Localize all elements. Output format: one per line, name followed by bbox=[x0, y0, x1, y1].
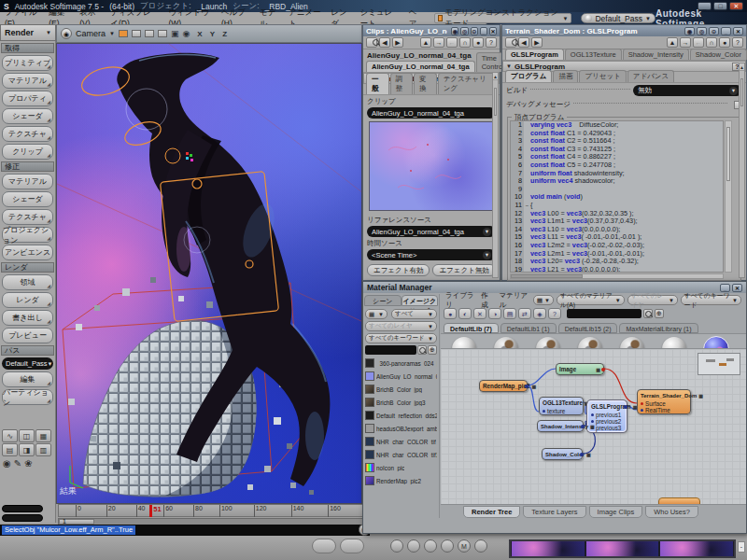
node-input-port[interactable]: RealTime bbox=[638, 407, 690, 413]
toolbar-button[interactable]: パーティション◢ bbox=[2, 389, 53, 405]
toolbar-mode-selector[interactable]: Render ▼ bbox=[0, 24, 56, 41]
layout-preset-button[interactable]: ◫ bbox=[19, 429, 35, 442]
material-tool-icon[interactable]: ◐ bbox=[458, 308, 472, 319]
material-tool-icon[interactable]: ● bbox=[444, 308, 457, 319]
property-subtab[interactable]: 変換 bbox=[414, 73, 437, 94]
code-scrollbar-horizontal[interactable] bbox=[510, 273, 724, 279]
construction-mode-selector[interactable]: モデリングコンストラクションモード ▼ bbox=[434, 13, 571, 23]
node-output-port[interactable] bbox=[601, 368, 605, 371]
image-clip-item[interactable]: _360-panoramas_024_jpg1 bbox=[364, 357, 438, 370]
time-source-combo[interactable]: <Scene Time> ▼ bbox=[367, 249, 496, 260]
toolbar-button[interactable]: クリップ◢ bbox=[2, 144, 53, 160]
library-tab[interactable]: DefaultLib15 (2) bbox=[558, 323, 618, 333]
toolbar-button[interactable]: プレビュー◢ bbox=[2, 328, 53, 343]
toolbar-button[interactable]: シェーダ◢ bbox=[2, 191, 53, 207]
manager-view-tab[interactable]: Render Tree bbox=[463, 506, 520, 518]
library-tab[interactable]: DefaultLib1 (1) bbox=[500, 323, 557, 333]
add-filter-icon[interactable]: ⊕ bbox=[428, 345, 437, 355]
node-image[interactable]: Image▦ bbox=[556, 363, 604, 375]
image-clip-item[interactable]: AlienGuy_LO_normal_04_tg bbox=[364, 370, 438, 383]
view-options-icon[interactable]: ◉ bbox=[61, 28, 72, 39]
source-combo[interactable]: AlienGuy_LO_normal_04_tga ▼ bbox=[367, 226, 496, 237]
node-shadow-intensity[interactable]: Shadow_Intensity▦ bbox=[537, 420, 584, 432]
transport-button[interactable] bbox=[407, 539, 420, 553]
sidebar-tool-icon[interactable]: ❀ bbox=[24, 458, 32, 469]
image-clip-item[interactable]: RenderMap_pic2 bbox=[364, 474, 438, 487]
manager-view-tab[interactable]: Image Clips bbox=[589, 506, 643, 518]
shader-tab[interactable]: Shadow_Color bbox=[690, 49, 747, 60]
keyword-filter-combo[interactable]: すべてのキーワード▼ bbox=[365, 333, 437, 343]
help-icon[interactable]: ? bbox=[486, 37, 497, 48]
property-subtab[interactable]: 調整 bbox=[390, 73, 414, 94]
back-button[interactable]: ← bbox=[446, 37, 458, 48]
node-input-port[interactable]: texture bbox=[540, 408, 583, 414]
node-output-port[interactable] bbox=[580, 453, 584, 456]
code-scrollbar-vertical[interactable] bbox=[725, 120, 732, 273]
refresh-icon[interactable] bbox=[366, 37, 377, 48]
scroll-up-icon[interactable]: ▲ bbox=[740, 63, 744, 71]
panel-pin-icon[interactable]: ◎ bbox=[460, 27, 468, 35]
node-output-port[interactable] bbox=[624, 405, 627, 409]
timeline-ruler[interactable]: 020406080100120140160180 51 bbox=[58, 504, 370, 517]
memo-cam-d[interactable] bbox=[158, 30, 167, 37]
layer-filter-combo[interactable]: すべてのレイヤ▼ bbox=[627, 295, 678, 305]
library-tab[interactable]: DefaultLib (7) bbox=[444, 323, 499, 333]
toolbar-button[interactable]: プロジェクション◢ bbox=[2, 227, 53, 243]
search-icon[interactable] bbox=[417, 345, 427, 355]
toolbar-button[interactable]: 書き出し◢ bbox=[2, 310, 53, 326]
material-tool-icon[interactable]: ? bbox=[548, 308, 561, 319]
display-mode-icon[interactable]: ▣ bbox=[171, 29, 179, 38]
scroll-up-icon[interactable]: ▲ bbox=[493, 73, 498, 80]
revert-icon[interactable]: ∩ bbox=[706, 37, 717, 48]
manager-view-tab[interactable]: Texture Layers bbox=[523, 506, 585, 518]
node-input-port[interactable]: Surface bbox=[638, 400, 690, 407]
next-button[interactable]: ▶ bbox=[392, 37, 403, 48]
layout-preset-button[interactable]: ▦ bbox=[35, 429, 51, 442]
keyframe-icon[interactable]: ● bbox=[719, 37, 730, 48]
shader-subtab[interactable]: プログラム bbox=[505, 70, 552, 82]
panel-minimize-button[interactable]: _ bbox=[721, 27, 731, 35]
glsl-panel-titlebar[interactable]: Terrain_Shader_Dom : GLSLProgram ◉ ◎ ⊙ _… bbox=[502, 25, 746, 36]
image-clip-item[interactable]: NHR_char_COLOR_tif bbox=[364, 435, 438, 448]
revert-icon[interactable]: ∩ bbox=[459, 37, 471, 48]
image-clip-item[interactable]: headusOBJexport_ambocc2 bbox=[364, 422, 438, 435]
forward-button[interactable]: → bbox=[433, 37, 444, 48]
node-output-port[interactable] bbox=[581, 425, 585, 428]
code-editor[interactable]: 1 varying vec3 DiffuseColor; 2 const flo… bbox=[510, 120, 724, 273]
transport-button[interactable] bbox=[474, 539, 487, 553]
panel-lock-icon[interactable]: ⊙ bbox=[709, 27, 719, 35]
up-button[interactable]: ▲ bbox=[667, 37, 678, 48]
image-clip-item[interactable]: BrichB_Color_jpg3 bbox=[364, 396, 438, 409]
layout-preset-button[interactable]: ▤ bbox=[2, 443, 18, 456]
panel-recycle-icon[interactable]: ◉ bbox=[684, 27, 695, 35]
navigator-minimap[interactable] bbox=[698, 353, 740, 375]
search-options-icon[interactable]: ⊕ bbox=[655, 309, 664, 318]
axis-lock-buttons[interactable]: X Y Z bbox=[197, 30, 230, 38]
memo-cam-c[interactable] bbox=[145, 30, 154, 37]
prev-button[interactable]: ◀ bbox=[379, 37, 390, 48]
node-rendermap[interactable]: RenderMap_pic2▦ bbox=[479, 380, 528, 392]
image-clip-item[interactable]: BrichB_Color_jpg bbox=[364, 383, 438, 396]
node-ogl13texture[interactable]: OGL13Texture▦ texture bbox=[539, 397, 584, 415]
property-subtab[interactable]: 一般 bbox=[366, 73, 389, 94]
material-filter-combo[interactable]: すべてのマテリアル(A)▼ bbox=[557, 295, 625, 305]
shader-tab[interactable]: OGL13Texture bbox=[565, 49, 622, 60]
toolbar-button[interactable]: アンビエンス◢ bbox=[2, 245, 53, 260]
frame-out-field[interactable] bbox=[2, 514, 43, 522]
visibility-eye-icon[interactable]: ◉ bbox=[182, 29, 190, 38]
filter-all-combo[interactable]: すべて▼ bbox=[391, 309, 437, 319]
next-button[interactable]: ▶ bbox=[531, 37, 543, 48]
toolbar-button[interactable]: レンダ◢ bbox=[2, 292, 53, 308]
toolbar-button[interactable]: プロパティ◢ bbox=[2, 91, 53, 106]
clip-name-field[interactable]: AlienGuy_LO_normal_04_tga bbox=[367, 107, 496, 119]
panel-scrollbar[interactable]: ▲ bbox=[492, 72, 499, 278]
pass-combo[interactable]: Default_Pass ▼ bbox=[2, 357, 53, 370]
material-tool-icon[interactable]: ▤ bbox=[503, 308, 516, 319]
forward-button[interactable]: → bbox=[680, 37, 691, 48]
material-search-input[interactable] bbox=[567, 309, 641, 318]
prev-button[interactable]: ◀ bbox=[518, 37, 529, 48]
refresh-icon[interactable] bbox=[505, 37, 516, 48]
scrollbar-end[interactable]: - bbox=[738, 541, 745, 553]
up-button[interactable]: ▲ bbox=[420, 37, 431, 48]
panel-scrollbar[interactable]: ▲ bbox=[739, 63, 745, 278]
